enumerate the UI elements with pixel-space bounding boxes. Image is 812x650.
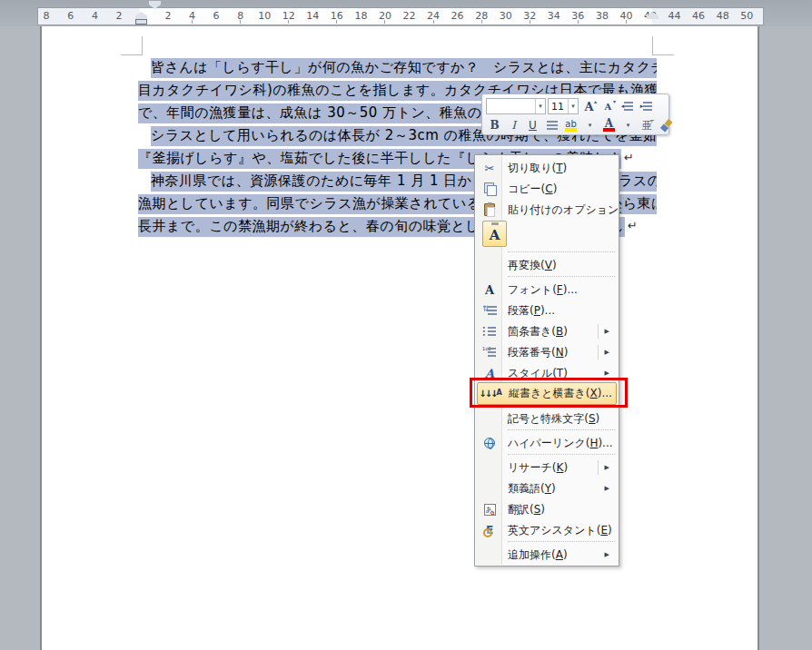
- copy-icon: [484, 182, 496, 195]
- keep-text-only-letter: A: [490, 227, 500, 243]
- context-menu: ✂ 切り取り(T) コピー(C) 貼り付けのオプション: A 再変換(V) A …: [474, 154, 619, 566]
- italic-button[interactable]: I: [505, 117, 522, 133]
- menu-item-label: フォント(F)...: [508, 282, 578, 298]
- menu-item-cut[interactable]: ✂ 切り取り(T): [477, 158, 617, 178]
- ruler-number: 34: [548, 10, 560, 22]
- highlight-color-dropdown[interactable]: ▾: [581, 117, 599, 133]
- menu-item-label: 英文アシスタント(E): [508, 523, 612, 538]
- translate-icon: [484, 504, 496, 516]
- font-size-value: 11: [549, 101, 564, 113]
- menu-separator: [508, 541, 615, 542]
- shrink-font-button[interactable]: A▾: [599, 98, 617, 114]
- submenu-arrow-icon: ▶: [605, 349, 609, 356]
- menu-item-label: 貼り付けのオプション:: [508, 202, 622, 218]
- font-dialog-icon: A: [485, 283, 494, 297]
- menu-item-synonyms[interactable]: 類義語(Y) ▶: [477, 478, 617, 498]
- paragraph-mark: ↵: [628, 219, 638, 232]
- menu-item-english-assistant[interactable]: E 英文アシスタント(E): [477, 520, 617, 540]
- ruler-number: 44: [668, 10, 681, 22]
- format-painter-brush-icon: [660, 120, 672, 132]
- text-boundary-mark-topright-v: [652, 36, 653, 55]
- center-align-button[interactable]: [543, 117, 560, 133]
- menu-item-label: ハイパーリンク(H)...: [508, 436, 613, 451]
- underline-button[interactable]: U: [524, 117, 541, 133]
- decrease-indent-button[interactable]: ◂: [619, 98, 636, 114]
- increase-indent-button[interactable]: ▸: [638, 98, 655, 114]
- ruler-number: 48: [717, 10, 729, 22]
- ruler-number: 8: [44, 10, 50, 22]
- font-name-combo[interactable]: ▾: [486, 98, 546, 114]
- text-boundary-mark-topright-h: [652, 54, 674, 55]
- font-color-bar: [603, 128, 615, 132]
- menu-item-label: 段落(P)...: [508, 303, 555, 319]
- chevron-down-icon[interactable]: ▾: [568, 99, 578, 113]
- ruler-number: 22: [403, 10, 416, 22]
- menu-item-label: 段落番号(N): [508, 345, 568, 360]
- menu-item-label: 記号と特殊文字(S): [508, 411, 599, 427]
- menu-item-research[interactable]: リサーチ(K) ▶: [477, 458, 617, 478]
- ruler-number: 14: [306, 10, 319, 22]
- menu-item-label: リサーチ(K): [508, 460, 568, 476]
- menu-item-label: 箇条書き(B): [508, 324, 568, 340]
- split-divider: [598, 345, 599, 359]
- menu-item-label: 追加操作(A): [508, 547, 568, 563]
- font-size-combo[interactable]: 11 ▾: [548, 98, 579, 114]
- menu-item-reconvert[interactable]: 再変換(V): [477, 255, 617, 275]
- annotation-red-rectangle: [470, 378, 628, 408]
- left-indent-marker[interactable]: [135, 19, 147, 25]
- paste-option-keep-text-only-button[interactable]: A: [482, 221, 507, 247]
- numbering-icon: [482, 347, 497, 358]
- ruler-number: 6: [67, 10, 74, 22]
- chevron-down-icon[interactable]: ▾: [535, 99, 545, 113]
- menu-item-label: コピー(C): [508, 182, 557, 197]
- submenu-arrow-icon: ▶: [605, 369, 609, 377]
- cut-icon: ✂: [485, 162, 495, 175]
- hyperlink-globe-icon: [484, 438, 495, 448]
- menu-item-copy[interactable]: コピー(C): [477, 179, 617, 199]
- ruler-left-margin-zone: [38, 8, 140, 25]
- format-painter-button[interactable]: [658, 117, 675, 133]
- indent-lines-icon: [643, 102, 652, 111]
- ruler-number: 6: [213, 10, 220, 22]
- bold-button[interactable]: B: [486, 117, 503, 133]
- font-color-button[interactable]: A: [600, 117, 618, 133]
- menu-item-paste-options: 貼り付けのオプション:: [477, 200, 617, 220]
- text-boundary-mark-topleft-h: [121, 54, 143, 55]
- highlight-color-button[interactable]: ab: [562, 117, 579, 133]
- ruler-tick: [384, 20, 385, 24]
- ruler-tick: [240, 20, 241, 24]
- ruler-number: 46: [692, 10, 705, 22]
- ruler-tick: [626, 20, 627, 24]
- menu-item-translate[interactable]: 翻訳(S): [477, 499, 617, 519]
- down-arrow-icon: ▾: [613, 98, 616, 104]
- ruler-tick: [530, 20, 530, 24]
- menu-item-bullets[interactable]: 箇条書き(B) ▶: [477, 321, 617, 341]
- ruby-button[interactable]: 亜ァ: [639, 117, 656, 133]
- menu-item-additional-actions[interactable]: 追加操作(A) ▶: [477, 545, 617, 565]
- menu-separator: [508, 276, 615, 277]
- split-divider: [598, 324, 599, 339]
- highlight-color-bar: [565, 128, 577, 132]
- ruler-number: 18: [354, 10, 367, 22]
- text-boundary-mark-topleft-v: [142, 36, 143, 55]
- ruler-tick: [481, 20, 482, 24]
- menu-item-hyperlink[interactable]: ハイパーリンク(H)...: [477, 433, 617, 453]
- ruler-number: 2: [116, 10, 123, 22]
- menu-item-symbol[interactable]: 記号と特殊文字(S): [477, 409, 617, 428]
- menu-item-label: 再変換(V): [508, 258, 557, 273]
- menu-separator: [508, 429, 615, 430]
- doc-line-1: 皆さんは「しらす干し」が何の魚かご存知ですか？ シラスとは、主にカタクチイワシ(…: [151, 58, 657, 78]
- clipboard-clip-icon: [491, 222, 499, 225]
- submenu-arrow-icon: ▶: [605, 485, 609, 492]
- up-arrow-icon: ▴: [594, 98, 597, 104]
- ruler-number: 4: [92, 10, 98, 22]
- menu-separator: [508, 454, 615, 455]
- menu-item-numbering[interactable]: 段落番号(N) ▶: [477, 342, 617, 362]
- font-color-dropdown[interactable]: ▾: [619, 117, 637, 133]
- ruler-number: 2: [165, 10, 172, 22]
- menu-item-font[interactable]: A フォント(F)...: [477, 280, 617, 300]
- menu-item-paragraph[interactable]: ⇅ 段落(P)...: [477, 300, 617, 320]
- menu-item-label: 類義語(Y): [508, 481, 556, 497]
- grow-font-button[interactable]: A▴: [580, 98, 598, 114]
- paragraph-mark: ↵: [624, 151, 634, 164]
